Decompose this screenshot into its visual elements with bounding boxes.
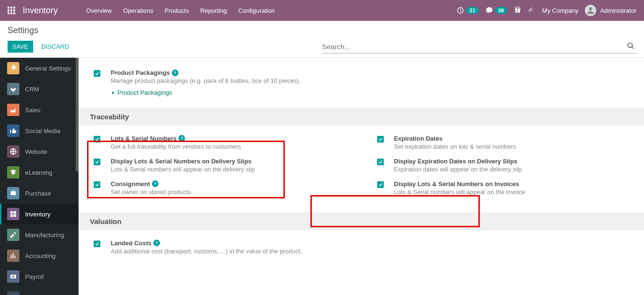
debug-icon[interactable] <box>528 6 536 15</box>
menu-products[interactable]: Products <box>159 7 194 14</box>
page-title: Settings <box>8 26 322 36</box>
checkbox-landed[interactable] <box>94 241 100 247</box>
settings-content[interactable]: Product Packagings ? Manage product pack… <box>79 58 644 295</box>
setting-display-lots-delivery: Display Lots & Serial Numbers on Deliver… <box>90 154 351 177</box>
search-icon[interactable] <box>625 42 636 51</box>
sidebar-item-manufacturing[interactable]: Manufacturing <box>0 224 79 245</box>
top-navbar: Inventory Overview Operations Products R… <box>0 0 644 21</box>
svg-rect-2 <box>13 7 15 9</box>
setting-desc: Lots & Serial numbers will appear on the… <box>394 188 634 196</box>
money-icon <box>7 270 19 283</box>
help-icon[interactable]: ? <box>178 135 185 142</box>
gift-icon[interactable] <box>514 6 521 15</box>
svg-rect-1 <box>10 7 12 9</box>
checkbox-exp-delivery[interactable] <box>377 159 384 165</box>
chart-icon <box>7 104 19 116</box>
boxes-icon <box>7 208 19 220</box>
user-name: Administrator <box>600 7 636 14</box>
sidebar-item-accounting[interactable]: Accounting <box>0 245 79 266</box>
help-icon[interactable]: ? <box>172 70 178 76</box>
gear-icon <box>7 62 19 74</box>
company-selector[interactable]: My Company <box>542 7 579 14</box>
apps-icon[interactable] <box>8 7 15 14</box>
section-valuation: Valuation <box>79 213 644 230</box>
svg-rect-0 <box>8 7 9 9</box>
svg-rect-27 <box>15 256 16 259</box>
menu-operations[interactable]: Operations <box>117 7 159 14</box>
setting-display-exp-delivery: Display Expiration Dates on Delivery Sli… <box>373 154 634 177</box>
link-product-packagings[interactable]: Product Packagings <box>111 89 172 96</box>
activity-count: 21 <box>466 7 478 14</box>
sidebar-item-crm[interactable]: CRM <box>0 79 79 99</box>
sidebar-label: Sales <box>25 107 41 114</box>
top-menu: Overview Operations Products Reporting C… <box>80 7 281 14</box>
setting-lots-serial: Lots & Serial Numbers ? Get a full trace… <box>90 131 351 154</box>
help-icon[interactable]: ? <box>153 240 160 246</box>
setting-label: Landed Costs <box>111 240 151 247</box>
svg-rect-5 <box>13 9 15 11</box>
svg-rect-6 <box>8 12 9 14</box>
setting-consignment: Consignment ? Set owner on stored produc… <box>90 177 351 199</box>
user-menu[interactable]: Administrator <box>585 5 636 16</box>
svg-point-13 <box>515 7 517 9</box>
avatar-icon <box>585 5 596 16</box>
setting-expiration-dates: Expiration Dates Set expiration dates on… <box>373 131 634 154</box>
svg-rect-21 <box>10 211 13 214</box>
sidebar-label: CRM <box>25 86 39 93</box>
help-icon[interactable]: ? <box>152 180 159 187</box>
activity-indicator[interactable]: 21 <box>457 7 478 14</box>
setting-desc: Expiration dates will appear on the deli… <box>394 166 634 173</box>
setting-desc: Set owner on stored products <box>111 188 351 196</box>
menu-overview[interactable]: Overview <box>80 7 117 14</box>
svg-rect-3 <box>8 9 9 11</box>
svg-rect-7 <box>10 12 12 14</box>
setting-desc: Get a full traceability from vendors to … <box>111 143 351 150</box>
svg-rect-22 <box>14 211 16 214</box>
svg-rect-24 <box>14 215 16 217</box>
messages-indicator[interactable]: 38 <box>485 7 507 14</box>
checkbox-packagings[interactable] <box>94 70 100 77</box>
save-button[interactable]: SAVE <box>8 41 33 53</box>
svg-point-16 <box>628 43 632 47</box>
setting-label: Product Packagings <box>111 69 170 76</box>
checkbox-consignment[interactable] <box>94 181 100 188</box>
sidebar-item-general[interactable]: General Settings <box>0 58 79 79</box>
menu-reporting[interactable]: Reporting <box>194 7 232 14</box>
setting-label: Display Lots & Serial Numbers on Deliver… <box>111 158 252 165</box>
search-input[interactable] <box>322 43 626 51</box>
sidebar-item-payroll[interactable]: Payroll <box>0 266 79 287</box>
menu-configuration[interactable]: Configuration <box>233 7 281 14</box>
section-traceability: Traceability <box>79 108 644 125</box>
sidebar-item-website[interactable]: Website <box>0 141 79 162</box>
svg-rect-4 <box>10 9 12 11</box>
sidebar-label: Inventory <box>25 211 50 218</box>
sidebar-label: Social Media <box>25 127 60 134</box>
checkbox-expiration[interactable] <box>377 136 384 143</box>
bars-icon <box>7 250 19 262</box>
setting-label: Expiration Dates <box>394 135 443 142</box>
thumbs-up-icon <box>7 125 19 137</box>
checkbox-lots-delivery[interactable] <box>94 159 100 165</box>
sidebar-item-elearning[interactable]: eLearning <box>0 162 79 183</box>
checkbox-lots[interactable] <box>94 136 100 143</box>
app-brand[interactable]: Inventory <box>23 6 58 16</box>
search-box[interactable] <box>322 40 637 54</box>
svg-line-17 <box>632 47 634 49</box>
sidebar-label: Purchase <box>25 190 51 197</box>
discard-button[interactable]: DISCARD <box>36 41 74 53</box>
sidebar-item-social[interactable]: Social Media <box>0 120 79 141</box>
svg-point-14 <box>518 7 520 9</box>
svg-rect-26 <box>13 253 14 259</box>
sidebar-item-sales[interactable]: Sales <box>0 99 79 120</box>
svg-point-29 <box>12 276 14 277</box>
svg-point-15 <box>589 7 592 10</box>
setting-label: Lots & Serial Numbers <box>111 135 176 142</box>
svg-rect-12 <box>517 9 518 13</box>
checkbox-lots-invoice[interactable] <box>377 181 384 188</box>
sidebar-item-project[interactable]: Project <box>0 287 79 295</box>
sidebar-item-purchase[interactable]: Purchase <box>0 183 79 204</box>
setting-product-packagings: Product Packagings ? Manage product pack… <box>90 65 633 100</box>
messages-count: 38 <box>495 7 507 14</box>
handshake-icon <box>7 83 19 95</box>
sidebar-item-inventory[interactable]: Inventory <box>0 204 79 224</box>
